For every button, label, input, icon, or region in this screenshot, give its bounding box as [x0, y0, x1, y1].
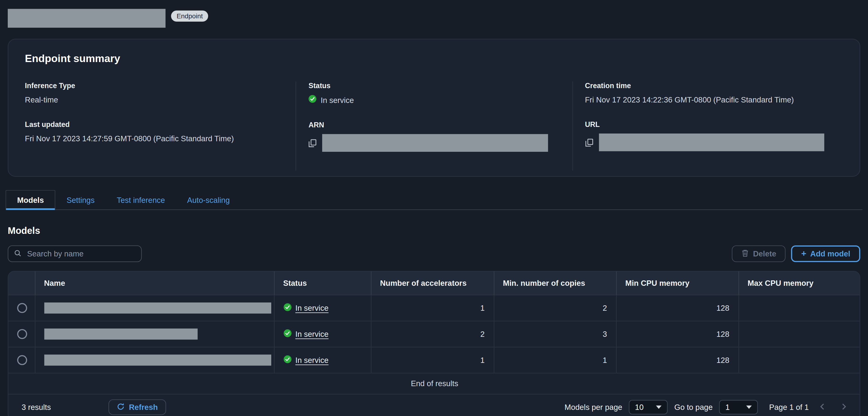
row-2-status: In service	[283, 329, 362, 339]
status-value: In service	[309, 95, 560, 105]
row-2-max-cpu	[738, 321, 860, 347]
row-1-status: In service	[283, 303, 362, 313]
refresh-icon	[117, 403, 124, 412]
status-ok-icon	[283, 355, 291, 365]
creation-time-value: Fri Nov 17 2023 14:22:36 GMT-0800 (Pacif…	[585, 95, 837, 105]
endpoint-name-redacted	[8, 9, 165, 28]
summary-column-3: Creation time Fri Nov 17 2023 14:22:36 G…	[572, 82, 848, 171]
row-2-name-redacted	[44, 328, 197, 339]
table-header-row: Name Status Number of accelerators Min. …	[8, 271, 860, 295]
table-row: In service 1 2 128	[8, 295, 860, 321]
arn-label: ARN	[309, 121, 560, 129]
status-ok-icon	[283, 329, 291, 339]
status-ok-icon	[283, 303, 291, 313]
page-header: Endpoint	[0, 0, 868, 39]
summary-column-2: Status In service ARN	[296, 82, 572, 171]
last-updated-value: Fri Nov 17 2023 14:27:59 GMT-0800 (Pacif…	[25, 133, 284, 143]
tab-auto-scaling[interactable]: Auto-scaling	[176, 190, 241, 209]
add-model-button-label: Add model	[810, 249, 850, 258]
per-page-select[interactable]: 10	[629, 400, 668, 414]
url-copy-icon[interactable]	[585, 138, 593, 146]
column-header-accelerators: Number of accelerators	[371, 271, 494, 295]
url-value-redacted	[599, 133, 824, 151]
next-page-button[interactable]	[837, 402, 851, 413]
arn-value-redacted	[322, 134, 548, 152]
row-3-status-link[interactable]: In service	[296, 355, 329, 364]
chevron-left-icon	[819, 403, 827, 412]
inference-type-value: Real-time	[25, 95, 284, 105]
models-table-card: Name Status Number of accelerators Min. …	[8, 271, 860, 416]
per-page-value: 10	[635, 403, 644, 412]
status-text: In service	[321, 95, 354, 105]
row-1-status-link[interactable]: In service	[296, 303, 329, 313]
url-label: URL	[585, 120, 837, 128]
status-label: Status	[309, 82, 560, 90]
column-header-min-copies: Min. number of copies	[494, 271, 616, 295]
plus-icon: +	[801, 249, 806, 258]
caret-down-icon	[656, 406, 661, 409]
trash-icon	[741, 249, 749, 259]
row-1-max-cpu	[738, 295, 860, 321]
row-1-radio[interactable]	[17, 303, 27, 313]
tab-bar: Models Settings Test inference Auto-scal…	[6, 190, 863, 210]
field-creation-time: Creation time Fri Nov 17 2023 14:22:36 G…	[585, 82, 837, 105]
column-header-status: Status	[274, 271, 371, 295]
status-ok-icon	[309, 95, 317, 105]
refresh-button-label: Refresh	[129, 403, 158, 412]
table-footer: 3 results Refresh Models per page 10 Go …	[8, 394, 860, 416]
refresh-button[interactable]: Refresh	[108, 399, 166, 415]
creation-time-label: Creation time	[585, 82, 837, 90]
row-1-accelerators: 1	[371, 295, 494, 321]
chevron-right-icon	[840, 403, 847, 412]
search-input[interactable]	[26, 249, 136, 259]
results-count: 3 results	[22, 403, 51, 412]
caret-down-icon	[746, 406, 752, 409]
row-2-radio[interactable]	[17, 329, 27, 339]
go-to-page-label: Go to page	[674, 403, 713, 412]
models-table: Name Status Number of accelerators Min. …	[8, 271, 860, 394]
arn-copy-icon[interactable]	[309, 139, 317, 147]
row-2-min-cpu: 128	[616, 321, 739, 347]
delete-button[interactable]: Delete	[732, 245, 786, 262]
table-row: In service 1 1 128	[8, 347, 860, 373]
url-value-row	[585, 133, 837, 151]
summary-title: Endpoint summary	[20, 53, 849, 65]
add-model-button[interactable]: + Add model	[791, 245, 860, 262]
row-3-min-copies: 1	[494, 347, 616, 373]
previous-page-button[interactable]	[815, 402, 830, 413]
row-3-status: In service	[283, 355, 362, 365]
end-of-results-text: End of results	[8, 373, 860, 394]
row-2-min-copies: 3	[494, 321, 616, 347]
row-2-accelerators: 2	[371, 321, 494, 347]
field-status: Status In service	[309, 82, 560, 105]
summary-column-1: Inference Type Real-time Last updated Fr…	[20, 82, 296, 171]
last-updated-label: Last updated	[25, 120, 284, 128]
row-3-min-cpu: 128	[616, 347, 739, 373]
pagination-controls: Models per page 10 Go to page 1 Page 1 o…	[565, 400, 851, 414]
search-box	[8, 245, 142, 262]
row-3-accelerators: 1	[371, 347, 494, 373]
field-inference-type: Inference Type Real-time	[25, 82, 284, 105]
row-1-min-cpu: 128	[616, 295, 739, 321]
tab-test-inference[interactable]: Test inference	[106, 190, 176, 209]
row-2-status-link[interactable]: In service	[296, 329, 329, 338]
search-icon	[14, 249, 22, 259]
summary-grid: Inference Type Real-time Last updated Fr…	[20, 82, 849, 171]
row-3-max-cpu	[738, 347, 860, 373]
row-1-min-copies: 2	[494, 295, 616, 321]
column-header-min-cpu: Min CPU memory	[616, 271, 739, 295]
selection-column-header	[8, 271, 35, 295]
inference-type-label: Inference Type	[25, 82, 284, 90]
field-url: URL	[585, 120, 837, 151]
table-row: In service 2 3 128	[8, 321, 860, 347]
arn-value-row	[309, 134, 560, 152]
endpoint-badge: Endpoint	[171, 10, 208, 22]
row-3-radio[interactable]	[17, 355, 27, 365]
go-to-page-select[interactable]: 1	[719, 400, 758, 414]
field-last-updated: Last updated Fri Nov 17 2023 14:27:59 GM…	[25, 120, 284, 144]
row-3-name-redacted	[44, 354, 271, 365]
row-1-name-redacted	[44, 302, 271, 313]
tab-settings[interactable]: Settings	[55, 190, 106, 209]
go-to-page-value: 1	[725, 403, 730, 412]
tab-models[interactable]: Models	[6, 190, 56, 210]
